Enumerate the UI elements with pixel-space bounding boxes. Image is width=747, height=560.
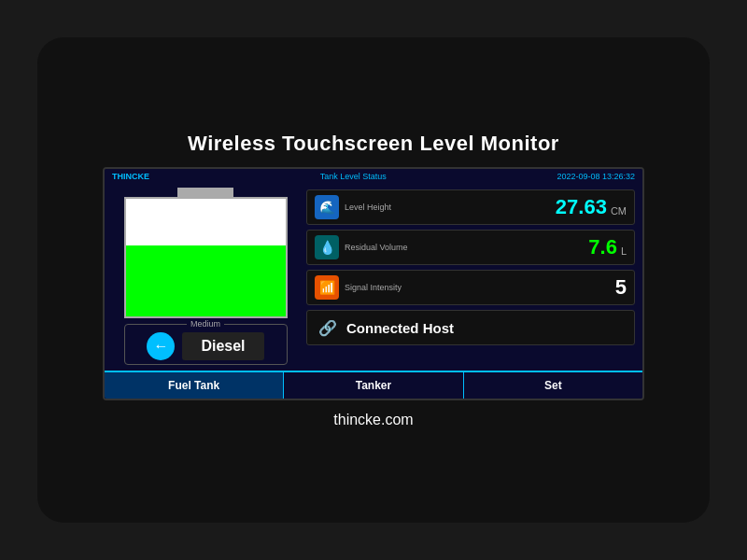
medium-value: Diesel bbox=[182, 332, 263, 360]
residual-volume-label: Residual Volume bbox=[345, 243, 419, 252]
signal-intensity-value-container: 5 bbox=[425, 275, 627, 300]
screen: THINCKE Tank Level Status 2022-09-08 13:… bbox=[103, 167, 644, 400]
level-height-label: Level Height bbox=[345, 203, 419, 212]
nav-set[interactable]: Set bbox=[464, 372, 642, 399]
residual-volume-unit: L bbox=[621, 245, 627, 259]
residual-volume-value-container: 7.6 L bbox=[425, 235, 627, 259]
level-height-unit: CM bbox=[611, 205, 627, 219]
signal-intensity-icon: 📶 bbox=[315, 275, 339, 300]
header-datetime: 2022-09-08 13:26:32 bbox=[557, 172, 635, 181]
header-title: Tank Level Status bbox=[320, 172, 387, 181]
residual-volume-icon: 💧 bbox=[315, 235, 339, 259]
level-height-icon: 🌊 bbox=[315, 195, 339, 219]
signal-intensity-label: Signal Intensity bbox=[345, 283, 419, 292]
signal-intensity-row: 📶 Signal Intensity 5 bbox=[306, 270, 635, 305]
medium-label: Medium bbox=[187, 319, 224, 329]
right-panel: 🌊 Level Height 27.63 CM 💧 Residual Volum… bbox=[306, 189, 635, 365]
connected-host-row[interactable]: 🔗 Connected Host bbox=[306, 310, 635, 345]
residual-volume-row: 💧 Residual Volume 7.6 L bbox=[306, 230, 635, 265]
page-title: Wireless Touchscreen Level Monitor bbox=[188, 132, 559, 156]
level-height-value: 27.63 bbox=[556, 195, 607, 219]
connected-host-icon: 🔗 bbox=[318, 319, 337, 337]
back-button[interactable]: ← bbox=[147, 332, 175, 360]
tank-fill bbox=[126, 245, 286, 316]
tank-cap bbox=[177, 188, 233, 197]
signal-intensity-value: 5 bbox=[615, 275, 627, 300]
nav-tanker[interactable]: Tanker bbox=[284, 372, 463, 399]
connected-host-label: Connected Host bbox=[346, 320, 454, 336]
tank-container bbox=[124, 197, 288, 318]
medium-label-container: Medium ← Diesel bbox=[124, 324, 288, 365]
screen-body: Medium ← Diesel 🌊 Level Height 27.63 CM bbox=[105, 184, 642, 371]
left-panel: Medium ← Diesel bbox=[112, 189, 299, 365]
screen-header: THINCKE Tank Level Status 2022-09-08 13:… bbox=[105, 169, 642, 184]
residual-volume-value: 7.6 bbox=[588, 235, 617, 259]
nav-fuel-tank[interactable]: Fuel Tank bbox=[105, 372, 284, 399]
medium-row: ← Diesel bbox=[147, 332, 263, 360]
level-height-row: 🌊 Level Height 27.63 CM bbox=[306, 189, 635, 225]
level-height-value-container: 27.63 CM bbox=[425, 195, 627, 219]
outer-container: Wireless Touchscreen Level Monitor THINC… bbox=[37, 37, 710, 523]
brand-label: THINCKE bbox=[112, 172, 149, 181]
screen-nav: Fuel Tank Tanker Set bbox=[105, 371, 642, 399]
website-label: thincke.com bbox=[333, 412, 413, 428]
